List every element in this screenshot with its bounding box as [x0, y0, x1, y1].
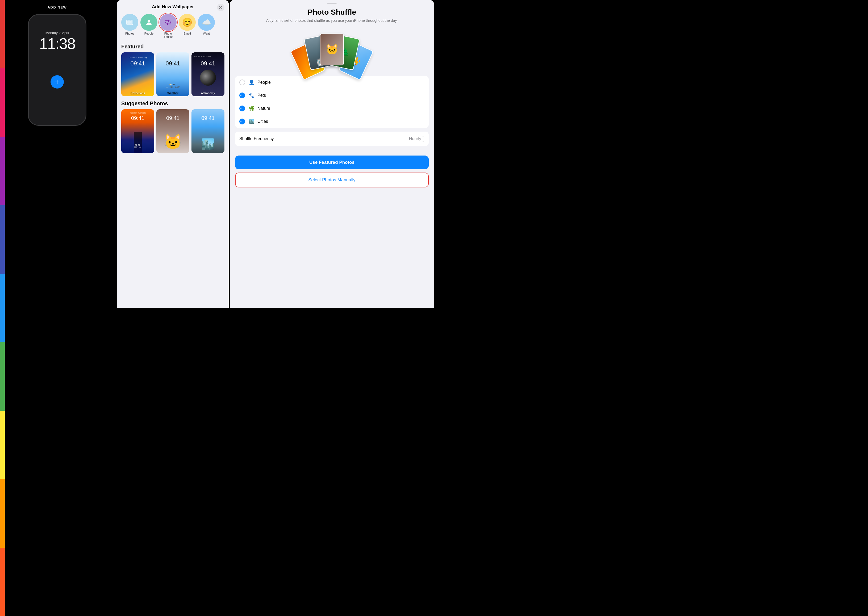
nature-radio[interactable]: ✓ — [239, 105, 245, 112]
collections-time: 09:41 — [121, 60, 154, 67]
category-list: 👤 People ✓ 🐾 Pets ✓ 🌿 Nature — [235, 76, 429, 128]
svg-rect-2 — [131, 21, 132, 24]
cities-radio[interactable]: ✓ — [239, 119, 245, 124]
phone-time: 11:38 — [39, 36, 75, 51]
emoji-icon-circle: 😊 — [179, 14, 196, 31]
astronomy-label: Astronomy — [192, 91, 225, 95]
wallpaper-type-emoji[interactable]: 😊 Emoji — [179, 14, 196, 38]
svg-point-3 — [148, 20, 150, 23]
photos-icon-circle — [121, 14, 138, 31]
people-type-label: People — [145, 32, 153, 35]
svg-rect-1 — [127, 21, 130, 24]
close-button[interactable] — [217, 4, 225, 11]
sheet-header: Add New Wallpaper — [117, 0, 229, 12]
suggested-city-thumb[interactable]: 09:41 🏙️ — [192, 109, 225, 153]
weather-type-label: Weat — [203, 32, 209, 35]
phone-mockup: Monday, 3 April 11:38 — [28, 14, 86, 126]
phone-date: Monday, 3 April — [46, 31, 69, 35]
featured-wallpaper-grid: Tuesday, 9 January 09:41 Collections 09:… — [121, 52, 225, 96]
pets-radio[interactable]: ✓ — [239, 93, 245, 98]
collections-preview: Tuesday, 9 January 09:41 — [121, 52, 154, 96]
suggested-sunset-thumb[interactable]: Tuesday, 9 January 09:41 ⚪ ⚪ 1234 LM — [121, 109, 154, 153]
pets-category-label: Pets — [258, 93, 266, 98]
use-featured-photos-button[interactable]: Use Featured Photos — [235, 156, 429, 169]
add-new-label: ADD NEW — [47, 5, 67, 9]
category-cities[interactable]: ✓ 🏙️ Cities — [235, 115, 429, 128]
weather-preview: 09:41 ⛅ 18° 🌡️ H:23° L:15° — [156, 52, 189, 96]
cities-category-label: Cities — [258, 119, 268, 124]
phone-add-wallpaper-button[interactable] — [50, 75, 64, 88]
left-panel: ADD NEW Monday, 3 April 11:38 — [0, 0, 114, 308]
wallpaper-type-photo-shuffle[interactable]: PhotoShuffle — [160, 14, 176, 38]
photo-shuffle-title: Photo Shuffle — [235, 8, 429, 16]
wallpaper-type-photos[interactable]: Photos — [121, 14, 138, 38]
fan-photo-3: 🐱 — [320, 33, 344, 65]
people-radio[interactable] — [239, 80, 245, 85]
featured-section-title: Featured — [121, 44, 225, 50]
suggested-photos-grid: Tuesday, 9 January 09:41 ⚪ ⚪ 1234 LM 09:… — [121, 109, 225, 153]
wallpaper-type-weather[interactable]: ☁️ Weat — [198, 14, 215, 38]
suggested-city-time: 09:41 — [201, 115, 215, 121]
people-category-label: People — [258, 80, 271, 85]
chevron-updown-icon: ⌃⌄ — [422, 135, 425, 143]
select-photos-manually-button[interactable]: Select Photos Manually — [235, 173, 429, 187]
rainbow-stripe — [0, 0, 5, 308]
emoji-type-label: Emoji — [184, 32, 191, 35]
photos-type-label: Photos — [125, 32, 134, 35]
photo-shuffle-icon-circle — [160, 14, 176, 31]
collections-label: Collections — [121, 91, 154, 95]
category-pets[interactable]: ✓ 🐾 Pets — [235, 89, 429, 102]
right-scroll[interactable]: Photo Shuffle A dynamic set of photos th… — [230, 4, 434, 308]
shuffle-frequency-row[interactable]: Shuffle Frequency Hourly ⌃⌄ — [235, 132, 429, 146]
photo-shuffle-subtitle: A dynamic set of photos that shuffle as … — [235, 18, 429, 24]
shuffle-frequency-value[interactable]: Hourly ⌃⌄ — [409, 135, 425, 143]
category-nature[interactable]: ✓ 🌿 Nature — [235, 102, 429, 115]
shuffle-frequency-label: Shuffle Frequency — [239, 137, 274, 141]
featured-astronomy-thumb[interactable]: 09:41 Mon 3 ● First Quarter Astronomy — [192, 52, 225, 96]
wallpaper-type-row: Photos People PhotoShuffle — [117, 12, 229, 41]
category-people[interactable]: 👤 People — [235, 76, 429, 89]
suggested-sunset-time: 09:41 — [131, 115, 145, 121]
middle-panel: Add New Wallpaper Photos — [117, 0, 229, 308]
featured-collections-thumb[interactable]: Tuesday, 9 January 09:41 Collections — [121, 52, 154, 96]
astronomy-time: 09:41 — [192, 60, 225, 67]
shuffle-frequency-text: Hourly — [409, 137, 421, 141]
wallpaper-type-people[interactable]: People — [140, 14, 157, 38]
weather-icon-circle: ☁️ — [198, 14, 215, 31]
astronomy-preview: 09:41 Mon 3 ● First Quarter — [192, 52, 225, 96]
photo-shuffle-type-label: PhotoShuffle — [164, 32, 173, 38]
suggested-cat-time: 09:41 — [166, 115, 179, 121]
people-icon-circle — [140, 14, 157, 31]
suggested-cat-thumb[interactable]: 09:41 🐱 — [156, 109, 189, 153]
sheet-scroll[interactable]: Featured Tuesday, 9 January 09:41 Collec… — [117, 41, 229, 308]
photo-fan-preview: 🏢 🐱 🌲 🐈 — [235, 28, 429, 71]
weather-time: 09:41 — [156, 60, 189, 67]
weather-label: Weather — [156, 91, 189, 95]
right-panel: Photo Shuffle A dynamic set of photos th… — [230, 0, 434, 308]
sheet-title: Add New Wallpaper — [152, 4, 194, 9]
featured-weather-thumb[interactable]: 09:41 ⛅ 18° 🌡️ H:23° L:15° Weather — [156, 52, 189, 96]
nature-category-label: Nature — [258, 106, 270, 111]
suggested-section-title: Suggested Photos — [121, 101, 225, 107]
